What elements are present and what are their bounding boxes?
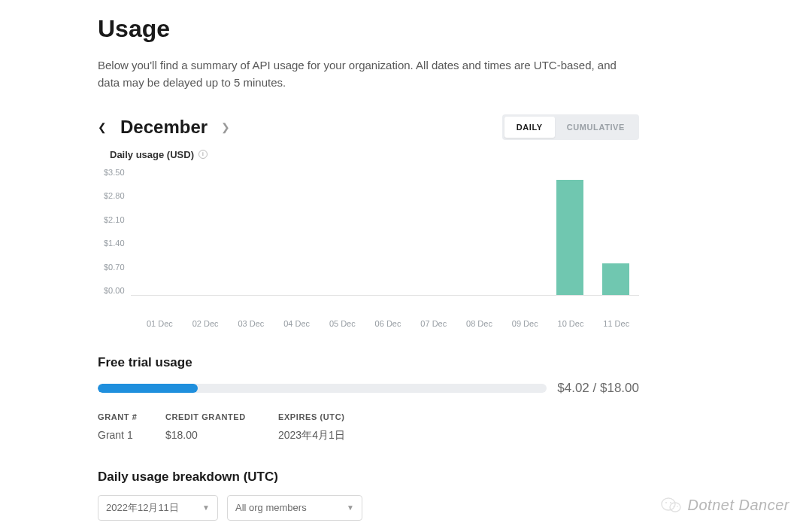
chart-title: Daily usage (USD) i xyxy=(110,149,639,160)
daily-toggle[interactable]: DAILY xyxy=(504,117,555,138)
x-tick: 09 Dec xyxy=(502,319,548,328)
y-tick: $1.40 xyxy=(104,239,125,248)
svg-point-3 xyxy=(670,502,671,503)
bar[interactable] xyxy=(556,180,583,294)
page-description: Below you'll find a summary of API usage… xyxy=(98,56,624,92)
date-select-value: 2022年12月11日 xyxy=(106,501,179,515)
chevron-down-icon: ▼ xyxy=(347,503,354,512)
header-credit: CREDIT GRANTED xyxy=(165,412,263,421)
breakdown-title: Daily usage breakdown (UTC) xyxy=(98,470,639,485)
view-toggle-group: DAILY CUMULATIVE xyxy=(502,114,639,140)
prev-month-button[interactable]: ❮ xyxy=(98,121,107,133)
y-tick: $2.10 xyxy=(104,215,125,224)
bar-slot xyxy=(131,168,177,295)
cumulative-toggle[interactable]: CUMULATIVE xyxy=(555,117,637,138)
cell-grant: Grant 1 xyxy=(98,429,150,442)
watermark-text: Dotnet Dancer xyxy=(688,497,789,514)
cell-expires: 2023年4月1日 xyxy=(278,429,391,442)
chart-title-text: Daily usage (USD) xyxy=(110,149,194,160)
svg-point-5 xyxy=(677,506,678,507)
bar-slot xyxy=(593,168,640,295)
chart-x-axis: 01 Dec02 Dec03 Dec04 Dec05 Dec06 Dec07 D… xyxy=(137,319,639,328)
x-tick: 02 Dec xyxy=(183,319,229,328)
members-select[interactable]: All org members ▼ xyxy=(227,495,362,521)
x-tick: 10 Dec xyxy=(548,319,594,328)
watermark: Dotnet Dancer xyxy=(661,496,789,514)
bar-slot xyxy=(547,168,593,295)
bar-slot xyxy=(223,168,270,295)
x-tick: 03 Dec xyxy=(228,319,274,328)
bar-slot xyxy=(454,168,501,295)
page-title: Usage xyxy=(98,15,639,43)
svg-point-0 xyxy=(662,498,675,510)
bar-slot xyxy=(316,168,362,295)
grant-table-header: GRANT # CREDIT GRANTED EXPIRES (UTC) xyxy=(98,412,639,421)
bar-slot xyxy=(408,168,455,295)
x-tick: 11 Dec xyxy=(593,319,639,328)
bar-slot xyxy=(177,168,223,295)
x-tick: 06 Dec xyxy=(365,319,411,328)
svg-point-2 xyxy=(665,502,667,503)
y-tick: $3.50 xyxy=(104,168,125,177)
bar-slot xyxy=(269,168,316,295)
bar-slot xyxy=(501,168,547,295)
trial-progress-fill xyxy=(98,384,198,393)
free-trial-title: Free trial usage xyxy=(98,355,639,370)
breakdown-selectors: 2022年12月11日 ▼ All org members ▼ xyxy=(98,495,639,521)
grant-table-row: Grant 1 $18.00 2023年4月1日 xyxy=(98,429,639,442)
daily-usage-chart: Daily usage (USD) i $3.50$2.80$2.10$1.40… xyxy=(104,149,639,328)
trial-progress-bar xyxy=(98,384,547,393)
x-tick: 04 Dec xyxy=(274,319,320,328)
header-expires: EXPIRES (UTC) xyxy=(278,412,391,421)
y-tick: $0.70 xyxy=(104,263,125,272)
svg-point-1 xyxy=(670,503,680,512)
month-nav: ❮ December ❯ xyxy=(98,117,230,138)
month-label: December xyxy=(120,117,208,138)
x-tick: 07 Dec xyxy=(411,319,456,328)
cell-credit: $18.00 xyxy=(165,429,263,442)
month-row: ❮ December ❯ DAILY CUMULATIVE xyxy=(98,114,639,140)
header-grant: GRANT # xyxy=(98,412,150,421)
bar-slot xyxy=(362,168,408,295)
chart-y-axis: $3.50$2.80$2.10$1.40$0.70$0.00 xyxy=(104,168,131,296)
x-tick: 01 Dec xyxy=(137,319,183,328)
date-select[interactable]: 2022年12月11日 ▼ xyxy=(98,495,218,521)
info-icon[interactable]: i xyxy=(198,150,208,159)
x-tick: 08 Dec xyxy=(456,319,502,328)
chart-plot xyxy=(131,168,639,296)
chevron-down-icon: ▼ xyxy=(202,503,210,512)
x-tick: 05 Dec xyxy=(320,319,365,328)
free-trial-row: $4.02 / $18.00 xyxy=(98,381,639,396)
wechat-icon xyxy=(661,496,682,514)
trial-usage-value: $4.02 / $18.00 xyxy=(557,381,639,396)
next-month-button[interactable]: ❯ xyxy=(221,121,230,133)
members-select-value: All org members xyxy=(235,502,307,513)
y-tick: $2.80 xyxy=(104,191,125,200)
grant-table: GRANT # CREDIT GRANTED EXPIRES (UTC) Gra… xyxy=(98,412,639,442)
svg-point-4 xyxy=(673,506,674,507)
y-tick: $0.00 xyxy=(104,286,125,295)
bar[interactable] xyxy=(602,263,629,295)
